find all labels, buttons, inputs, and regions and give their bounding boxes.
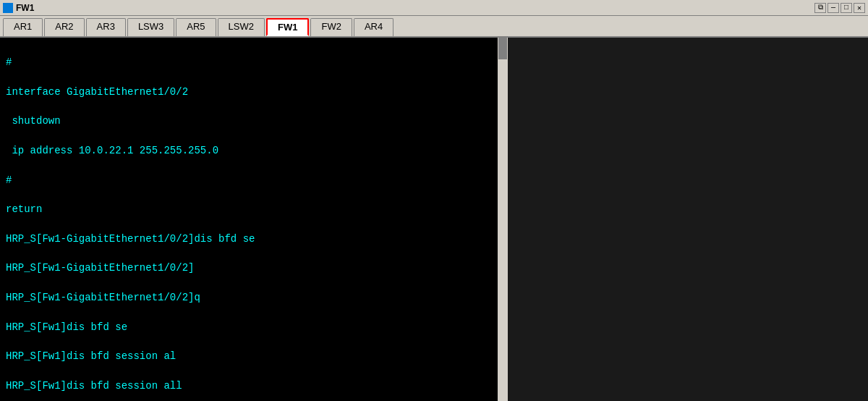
app-icon [3,3,13,13]
line-return: return [6,202,492,216]
line-hash1: # [6,55,492,69]
tab-bar: AR1 AR2 AR3 LSW3 AR5 LSW2 FW1 FW2 AR4 [0,16,868,38]
title-bar-left: FW1 [3,3,34,13]
restore-button[interactable]: ⧉ [814,3,826,13]
line-shutdown: shutdown [6,114,492,128]
line-hrp3: HRP_S[Fw1-GigabitEthernet1/0/2]q [6,290,492,305]
scrollbar-thumb[interactable] [498,38,507,59]
title-bar-controls[interactable]: ⧉ — □ ✕ [814,3,865,13]
maximize-button[interactable]: □ [841,3,852,13]
line-interface: interface GigabitEthernet1/0/2 [6,85,492,99]
window-title: FW1 [16,3,34,13]
tab-fw1[interactable]: FW1 [266,18,309,36]
close-button[interactable]: ✕ [854,3,865,13]
tab-ar1[interactable]: AR1 [3,18,43,36]
terminal-wrapper: # interface GigabitEthernet1/0/2 shutdow… [0,38,868,401]
tab-ar2[interactable]: AR2 [44,18,84,36]
tab-lsw3[interactable]: LSW3 [127,18,174,36]
line-ipaddress: ip address 10.0.22.1 255.255.255.0 [6,143,492,158]
line-hash2: # [6,173,492,187]
scrollbar[interactable] [498,38,508,401]
terminal[interactable]: # interface GigabitEthernet1/0/2 shutdow… [0,38,498,401]
tab-lsw2[interactable]: LSW2 [218,18,265,36]
title-bar: FW1 ⧉ — □ ✕ [0,0,868,16]
minimize-button[interactable]: — [827,3,839,13]
tab-ar3[interactable]: AR3 [86,18,126,36]
line-hrp4: HRP_S[Fw1]dis bfd se [6,320,492,334]
line-hrp2: HRP_S[Fw1-GigabitEthernet1/0/2] [6,261,492,275]
line-hrp5: HRP_S[Fw1]dis bfd session al [6,349,492,363]
line-hrp1: HRP_S[Fw1-GigabitEthernet1/0/2]dis bfd s… [6,232,492,246]
tab-ar4[interactable]: AR4 [354,18,393,36]
tab-fw2[interactable]: FW2 [310,18,352,36]
tab-ar5[interactable]: AR5 [176,18,216,36]
line-hrp6: HRP_S[Fw1]dis bfd session all [6,379,492,393]
